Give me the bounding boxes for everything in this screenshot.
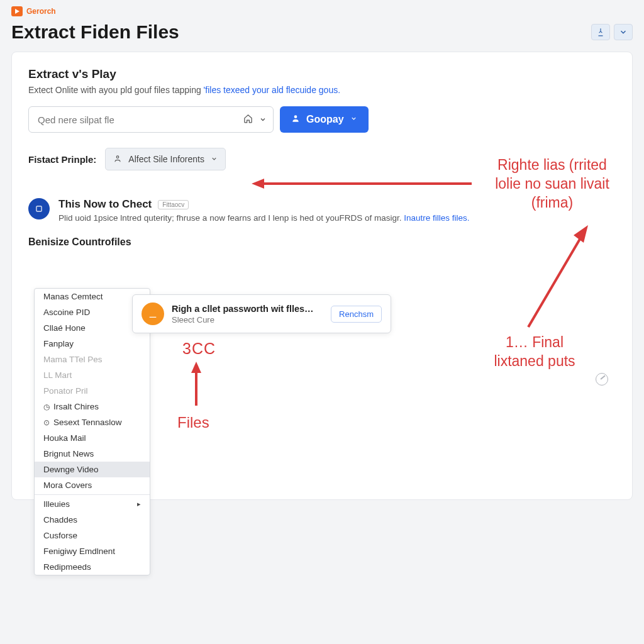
annotation-arrow-2 (516, 220, 604, 333)
dropdown-item[interactable]: Irsalt Chires (35, 399, 150, 414)
annotation-arrow-1 (252, 176, 478, 195)
person-outline-icon (113, 154, 122, 165)
info-title: This Now to Chect (58, 198, 152, 211)
annotation-files: Files (177, 414, 209, 431)
svg-marker-9 (191, 362, 201, 373)
pin-button[interactable] (591, 24, 610, 40)
dropdown-item[interactable]: Chaddes (35, 512, 150, 528)
dropdown-item[interactable]: Mama TTel Pes (35, 352, 150, 367)
dropdown-item[interactable]: LL Mart (35, 367, 150, 383)
dropdown-item[interactable]: Mora Covers (35, 477, 150, 493)
annotation-righte: Righte lias (rrited lolie no suan livait… (470, 156, 634, 213)
section-subtitle: Extect Onlite with ayou pld gouf files t… (28, 85, 616, 95)
page-title: Extract Fiden Files (11, 21, 179, 43)
svg-rect-3 (36, 206, 42, 211)
annotation-arrow-3 (189, 362, 208, 412)
svg-marker-5 (252, 179, 264, 189)
chevron-down-icon (259, 114, 267, 125)
svg-marker-0 (15, 9, 19, 14)
svg-point-1 (294, 115, 297, 118)
popup-button[interactable]: Renchsm (331, 306, 382, 323)
goopay-button[interactable]: Goopay (280, 106, 369, 133)
popup-title: Righ a cllet passworth wit flles… (172, 304, 323, 314)
brand-label: Gerorch (26, 7, 56, 16)
principle-label: Fistact Prinple: (28, 154, 96, 165)
chevron-down-icon (211, 154, 218, 164)
dropdown-item[interactable]: Brignut News (35, 446, 150, 462)
info-tag: Fittaocv (158, 200, 189, 209)
goopay-label: Goopay (306, 114, 344, 125)
person-icon (291, 114, 300, 125)
dropdown-item[interactable]: Illeuies (35, 496, 150, 512)
dropdown-item[interactable]: Redipmeeds (35, 559, 150, 575)
annotation-3cc: 3CC (182, 340, 216, 358)
expand-button[interactable] (614, 24, 633, 40)
password-popup: Righ a cllet passworth wit flles… Sleect… (132, 294, 391, 333)
svg-point-2 (117, 155, 119, 158)
principle-value: Alfect Sile Inforents (128, 154, 204, 164)
dropdown-item[interactable]: Ponator Pril (35, 383, 150, 399)
annotation-final: 1… Final lixtaned puts (465, 333, 604, 371)
svg-line-6 (528, 233, 584, 327)
download-icon (142, 303, 164, 325)
subtitle-link[interactable]: 'files texeed your ald flecuide gous. (204, 85, 340, 95)
info-desc-link[interactable]: Inautre filles files. (404, 213, 469, 223)
search-placeholder: Qed nere silpat fle (38, 114, 114, 125)
dropdown-item[interactable]: Sesext Tennaslow (35, 414, 150, 430)
info-badge-icon (28, 198, 50, 219)
compass-icon (596, 373, 608, 386)
dropdown-item[interactable]: Houka Mail (35, 430, 150, 446)
info-desc: Plid uoid 1psice lntred quterity; fhruse… (58, 213, 470, 223)
dropdown-item[interactable]: Fenigiwy Emdlnent (35, 543, 150, 559)
dropdown-item[interactable]: Fanplay (35, 336, 150, 352)
search-input[interactable]: Qed nere silpat fle (28, 106, 274, 133)
chevron-down-icon (350, 115, 357, 124)
section-title: Extract v's Play (28, 67, 616, 81)
home-icon (243, 114, 253, 125)
dropdown-item[interactable]: Dewnge Video (35, 462, 150, 477)
brand-icon (11, 6, 23, 16)
svg-marker-7 (574, 225, 588, 243)
popup-sub: Sleect Cure (172, 315, 323, 325)
dropdown-item[interactable]: Cusforse (35, 528, 150, 543)
principle-select[interactable]: Alfect Sile Inforents (105, 148, 226, 170)
